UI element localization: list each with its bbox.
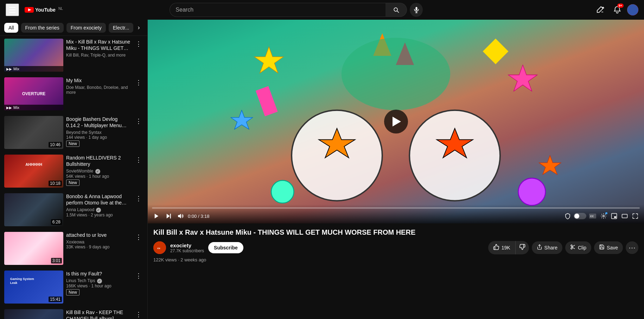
fullscreen-button[interactable] [631,211,640,221]
svg-marker-11 [539,156,561,175]
volume-icon [177,213,184,219]
queue-thumbnail: AHHHHH 10:18 [4,155,63,188]
queue-item-more[interactable]: ⋮ [134,116,143,126]
queue-item[interactable]: OVERTURE ▶▶ Mix My Mix Doe Maar, Bonobo,… [0,74,147,113]
new-badge: New [66,180,79,186]
action-buttons: 19K [488,241,638,254]
subscribe-button[interactable]: Subscribe [208,242,243,253]
mix-badge: ▶▶ Mix [4,66,63,72]
youtube-logo-svg: YouTube [25,6,56,13]
queue-item[interactable]: Gaming SystemLeak 15:41 Is this my Fault… [0,268,147,306]
channel-avatar[interactable]: ex [153,241,166,254]
theatre-icon [621,213,628,219]
search-input[interactable] [170,3,385,17]
filter-series[interactable]: From the series [21,23,64,33]
queue-list: ▶▶ Mix Mix - Kill Bill x Rav x Hatsune M… [0,36,147,319]
header-right: 9+ [593,3,638,17]
play-pause-button[interactable] [152,211,161,221]
filter-all[interactable]: All [4,23,18,33]
thumb-duration: 3:01 [51,258,62,263]
save-icon [599,244,605,251]
queue-item[interactable]: ▶▶ Mix Mix - Kill Bill x Rav x Hatsune M… [0,36,147,74]
queue-thumbnail: 3:01 [4,232,63,265]
miniplayer-button[interactable] [610,211,619,221]
queue-item-channel: SovietWomble ✓ [66,169,131,174]
svg-rect-20 [170,214,171,219]
volume-button[interactable] [176,211,185,221]
save-button[interactable]: Save [594,241,623,254]
clip-button[interactable]: Clip [565,241,591,254]
menu-button[interactable] [6,4,19,16]
filter-electr[interactable]: Electr... [109,23,134,33]
more-options-button[interactable]: ⋯ [626,241,638,254]
like-icon [493,244,499,252]
queue-item-title: attached to ur love [66,232,131,238]
share-button[interactable]: Share [532,241,562,254]
thumb-text: OVERTURE [22,91,46,96]
svg-marker-18 [155,214,159,219]
thumb-duration: 6:28 [51,219,62,225]
queue-item-more[interactable]: ⋮ [134,271,143,281]
video-title: Kill Bill x Rav x Hatsune Miku - THINGS … [153,228,638,237]
channel-name[interactable]: exociety [170,242,204,248]
queue-sidebar: All From the series From exociety Electr… [0,20,148,319]
notifications-button[interactable]: 9+ [610,3,624,17]
filter-exociety[interactable]: From exociety [66,23,106,33]
queue-item-more[interactable]: ⋮ [134,77,143,88]
svg-point-31 [571,248,572,249]
queue-item-title: My Mix [66,77,131,84]
queue-item-more[interactable]: ⋮ [134,193,143,204]
queue-item-info: Random HELLDIVERS 2 Bullshittery SovietW… [66,155,131,186]
queue-item-more[interactable]: ⋮ [134,232,143,242]
queue-item[interactable]: AHHHHH 10:18 Random HELLDIVERS 2 Bullshi… [0,152,147,190]
search-button[interactable] [385,3,407,17]
dislike-button[interactable] [515,241,529,254]
queue-item[interactable]: 10:46 Boogie Bashers Devlog 0.14.2 - Mul… [0,113,147,152]
miniplayer-icon [611,213,617,219]
queue-item-more[interactable]: ⋮ [134,39,143,49]
new-badge: New [66,141,79,147]
autoplay-toggle[interactable] [574,213,586,219]
player-controls: 0:00 / 3:18 [148,204,644,223]
queue-item-more[interactable]: ⋮ [134,309,143,319]
queue-item[interactable]: Kill Bill x Rav - KEEP THE CHANGE! [full… [0,306,147,319]
subtitles-button[interactable]: CC [588,212,598,220]
svg-text:CC: CC [590,215,594,218]
queue-item-meta: 166K views · 1 hour ago [66,284,131,288]
queue-item-title: Bonobo & Anna Lapwood perform Otomo live… [66,193,131,206]
user-avatar[interactable] [627,4,638,15]
verified-badge: ✓ [95,169,100,174]
video-player: 0:00 / 3:18 [148,20,644,223]
queue-item-meta: 54K views · 1 hour ago [66,174,131,179]
svg-marker-12 [231,110,253,129]
queue-item-more[interactable]: ⋮ [134,155,143,165]
verified-badge: ✓ [96,208,101,213]
queue-item-channel: Linus Tech Tips ✓ [66,278,131,284]
like-button[interactable]: 19K [488,241,515,254]
queue-item-meta: 144 views · 1 day ago [66,135,131,140]
svg-rect-3 [415,7,417,11]
search-form [170,3,407,17]
next-button[interactable] [164,211,173,221]
settings-button[interactable] [599,211,608,221]
play-icon [153,213,160,219]
queue-thumbnail: OVERTURE ▶▶ Mix [4,77,63,110]
video-area: 0:00 / 3:18 [148,20,644,319]
queue-item-info: Kill Bill x Rav - KEEP THE CHANGE! [full… [66,309,131,319]
queue-item[interactable]: 6:28 Bonobo & Anna Lapwood perform Otomo… [0,190,147,229]
svg-rect-13 [483,39,509,64]
queue-item-info: Boogie Bashers Devlog 0.14.2 - Multiplay… [66,116,131,147]
theatre-button[interactable] [620,211,629,221]
queue-item[interactable]: 3:01 attached to ur love Xoxieowa 33K vi… [0,229,147,268]
voice-search-button[interactable] [410,3,423,17]
youtube-logo[interactable]: YouTube NL [25,6,63,13]
filter-scroll-right[interactable]: › [136,22,141,33]
queue-item-info: Is this my Fault? Linus Tech Tips ✓ 166K… [66,271,131,295]
progress-bar[interactable] [152,207,640,209]
safety-mode-button[interactable] [563,211,572,221]
queue-thumbnail: Gaming SystemLeak 15:41 [4,271,63,304]
create-button[interactable] [593,3,607,17]
queue-item-title: Random HELLDIVERS 2 Bullshittery [66,155,131,167]
play-button[interactable] [384,110,408,134]
verified-badge: ✓ [97,279,102,284]
